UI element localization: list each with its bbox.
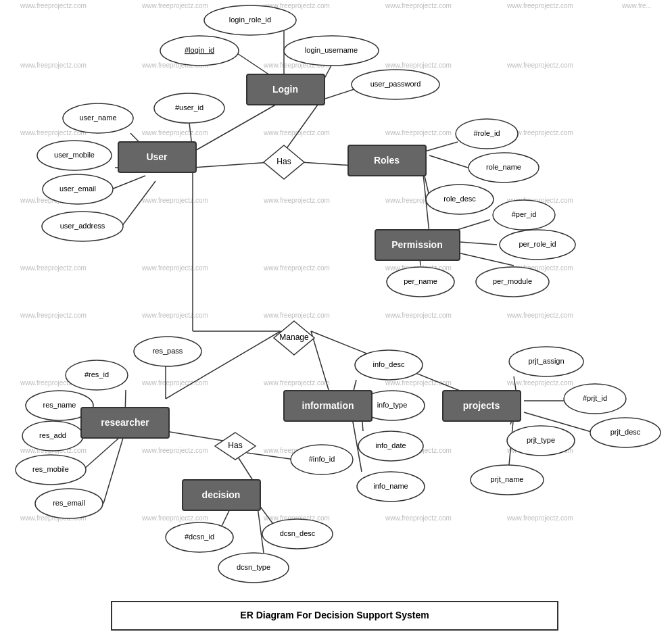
er-diagram-container: www.freeprojectz.com www.freeprojectz.co… bbox=[0, 0, 672, 636]
svg-text:www.freeprojectz.com: www.freeprojectz.com bbox=[263, 264, 330, 272]
svg-line-61 bbox=[429, 155, 468, 168]
attr-user-id-label: #user_id bbox=[175, 103, 203, 112]
entity-researcher-label: researcher bbox=[101, 417, 149, 428]
attr-prjt-type-label: prjt_type bbox=[527, 436, 555, 444]
svg-text:www.freeprojectz.com: www.freeprojectz.com bbox=[141, 312, 208, 319]
attr-user-password-label: user_password bbox=[370, 80, 421, 88]
entity-roles-label: Roles bbox=[374, 155, 400, 166]
attr-role-id-label: #role_id bbox=[473, 129, 500, 137]
attr-per-role-id-label: per_role_id bbox=[519, 240, 556, 248]
attr-res-pass-label: res_pass bbox=[153, 347, 183, 355]
attr-dcsn-desc-label: dcsn_desc bbox=[280, 529, 316, 537]
er-diagram-svg: www.freeprojectz.com www.freeprojectz.co… bbox=[0, 0, 672, 636]
entity-information-label: information bbox=[302, 400, 354, 411]
attr-prjt-name-label: prjt_name bbox=[491, 475, 524, 483]
attr-res-add-label: res_add bbox=[39, 431, 66, 439]
svg-text:www.freeprojectz.com: www.freeprojectz.com bbox=[506, 514, 573, 522]
svg-text:www.freeprojectz.com: www.freeprojectz.com bbox=[20, 264, 87, 272]
attr-login-username-label: login_username bbox=[305, 46, 358, 54]
svg-text:www.freeprojectz.com: www.freeprojectz.com bbox=[385, 2, 452, 9]
attr-prjt-desc-label: prjt_desc bbox=[610, 428, 641, 436]
attr-info-date-label: info_date bbox=[375, 441, 406, 449]
attr-user-name-label: user_name bbox=[79, 114, 116, 122]
attr-res-mobile-label: res_mobile bbox=[32, 465, 69, 473]
svg-line-50 bbox=[321, 88, 358, 100]
svg-text:www.freeprojectz.com: www.freeprojectz.com bbox=[506, 62, 573, 69]
attr-login-id-label: #login_id bbox=[185, 46, 214, 54]
attr-res-id-label: #res_id bbox=[85, 370, 109, 378]
svg-text:www.freeprojectz.com: www.freeprojectz.com bbox=[141, 514, 208, 522]
svg-text:www.freeprojectz.com: www.freeprojectz.com bbox=[263, 197, 330, 204]
attr-dcsn-id-label: #dcsn_id bbox=[185, 533, 214, 541]
svg-text:www.freeprojectz.com: www.freeprojectz.com bbox=[20, 2, 87, 9]
entity-projects-label: projects bbox=[463, 400, 500, 411]
svg-text:www.freeprojectz.com: www.freeprojectz.com bbox=[263, 379, 330, 387]
svg-text:www.freeprojectz.com: www.freeprojectz.com bbox=[20, 312, 87, 319]
attr-res-email-label: res_email bbox=[53, 499, 85, 507]
svg-text:www.freeprojectz.com: www.freeprojectz.com bbox=[141, 2, 208, 9]
relationship-has2-label: Has bbox=[228, 441, 242, 450]
svg-text:www.freeprojectz.com: www.freeprojectz.com bbox=[141, 447, 208, 454]
attr-prjt-assign-label: prjt_assign bbox=[528, 357, 564, 365]
svg-text:www.freeprojectz.com: www.freeprojectz.com bbox=[385, 62, 452, 69]
entity-user-label: User bbox=[146, 151, 168, 162]
svg-line-54 bbox=[193, 162, 270, 168]
svg-text:www.freeprojectz.com: www.freeprojectz.com bbox=[141, 197, 208, 204]
svg-text:www.freeprojectz.com: www.freeprojectz.com bbox=[385, 312, 452, 319]
attr-info-type-label: info_type bbox=[377, 401, 408, 409]
attr-role-name-label: role_name bbox=[486, 163, 521, 171]
attr-per-name-label: per_name bbox=[404, 277, 437, 285]
svg-line-58 bbox=[112, 176, 145, 189]
attr-res-name-label: res_name bbox=[43, 401, 76, 409]
svg-text:www.freeprojectz.com: www.freeprojectz.com bbox=[385, 514, 452, 522]
attr-info-name-label: info_name bbox=[373, 482, 408, 490]
svg-text:www.freeprojectz.com: www.freeprojectz.com bbox=[141, 379, 208, 387]
relationship-manage-label: Manage bbox=[279, 333, 309, 342]
svg-text:www.freeprojectz.com: www.freeprojectz.com bbox=[263, 312, 330, 319]
attr-info-desc-label: info_desc bbox=[373, 360, 405, 368]
svg-line-81 bbox=[247, 453, 295, 460]
svg-text:www.freeprojectz.com: www.freeprojectz.com bbox=[385, 129, 452, 137]
svg-text:www.freeprojectz.com: www.freeprojectz.com bbox=[20, 62, 87, 69]
attr-per-module-label: per_module bbox=[493, 277, 532, 285]
attr-user-mobile-label: user_mobile bbox=[54, 151, 95, 159]
svg-line-52 bbox=[284, 100, 321, 152]
entity-login-label: Login bbox=[272, 84, 298, 95]
svg-text:www.freeprojectz.com: www.freeprojectz.com bbox=[506, 2, 573, 9]
svg-line-60 bbox=[423, 142, 458, 152]
svg-text:www.freeprojectz.com: www.freeprojectz.com bbox=[141, 129, 208, 137]
attr-dcsn-type-label: dcsn_type bbox=[237, 563, 270, 571]
entity-permission-label: Permission bbox=[391, 239, 442, 250]
attr-user-email-label: user_email bbox=[59, 185, 96, 193]
diagram-title: ER Diagram For Decision Support System bbox=[240, 610, 429, 620]
attr-user-address-label: user_address bbox=[60, 222, 105, 230]
entity-decision-label: decision bbox=[202, 489, 241, 500]
attr-per-id-label: #per_id bbox=[512, 210, 537, 218]
attr-info-id-label: #info_id bbox=[309, 455, 335, 463]
svg-text:www.freeprojectz.com: www.freeprojectz.com bbox=[506, 379, 573, 387]
svg-line-59 bbox=[122, 181, 155, 226]
relationship-has1-label: Has bbox=[277, 157, 291, 166]
svg-line-70 bbox=[311, 331, 331, 399]
svg-text:www.freeprojectz.com: www.freeprojectz.com bbox=[141, 264, 208, 272]
attr-prjt-id-label: #prjt_id bbox=[583, 394, 607, 402]
svg-line-65 bbox=[460, 242, 497, 245]
svg-text:www.fre...: www.fre... bbox=[621, 2, 652, 9]
attr-role-desc-label: role_desc bbox=[443, 195, 476, 203]
svg-text:www.freeprojectz.com: www.freeprojectz.com bbox=[506, 312, 573, 319]
attr-login-role-id-label: login_role_id bbox=[229, 16, 271, 24]
